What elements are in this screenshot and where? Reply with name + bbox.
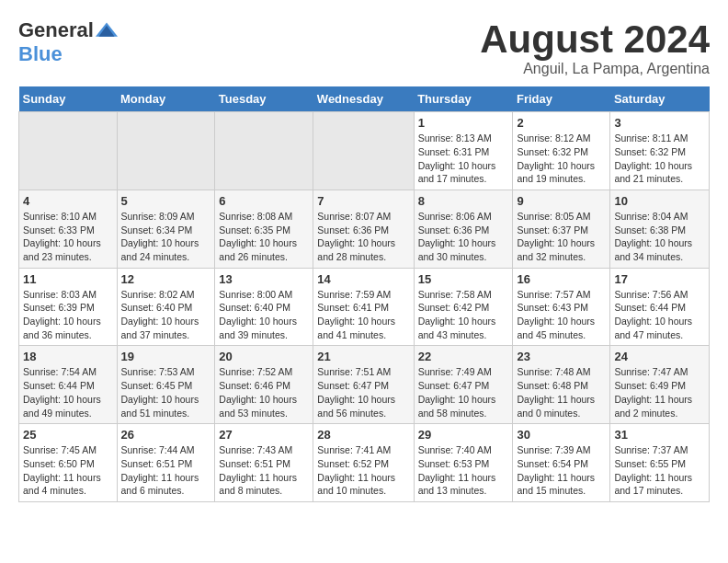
day-detail: Sunrise: 7:59 AM Sunset: 6:41 PM Dayligh… [317,288,409,342]
day-number: 10 [614,194,705,208]
day-number: 28 [317,428,409,442]
calendar-table: Sunday Monday Tuesday Wednesday Thursday… [18,86,710,502]
day-detail: Sunrise: 7:41 AM Sunset: 6:52 PM Dayligh… [317,443,409,498]
table-row: 2Sunrise: 8:12 AM Sunset: 6:32 PM Daylig… [513,112,610,190]
day-detail: Sunrise: 7:53 AM Sunset: 6:45 PM Dayligh… [121,365,211,419]
day-detail: Sunrise: 8:07 AM Sunset: 6:36 PM Dayligh… [317,210,409,264]
day-number: 2 [517,116,606,130]
table-row: 6Sunrise: 8:08 AM Sunset: 6:35 PM Daylig… [215,190,313,268]
day-detail: Sunrise: 7:49 AM Sunset: 6:47 PM Dayligh… [418,365,509,419]
day-detail: Sunrise: 7:57 AM Sunset: 6:43 PM Dayligh… [517,288,606,342]
table-row: 19Sunrise: 7:53 AM Sunset: 6:45 PM Dayli… [117,346,215,424]
table-row: 22Sunrise: 7:49 AM Sunset: 6:47 PM Dayli… [414,346,513,424]
calendar-week-row: 4Sunrise: 8:10 AM Sunset: 6:33 PM Daylig… [19,190,710,268]
day-detail: Sunrise: 7:47 AM Sunset: 6:49 PM Dayligh… [614,365,705,419]
table-row: 11Sunrise: 8:03 AM Sunset: 6:39 PM Dayli… [19,268,118,346]
day-detail: Sunrise: 7:58 AM Sunset: 6:42 PM Dayligh… [418,288,509,342]
logo-general-text: General [18,18,94,42]
col-saturday: Saturday [610,86,710,112]
table-row: 28Sunrise: 7:41 AM Sunset: 6:52 PM Dayli… [313,424,414,502]
table-row [215,112,313,190]
table-row [313,112,414,190]
table-row: 29Sunrise: 7:40 AM Sunset: 6:53 PM Dayli… [414,424,513,502]
day-number: 24 [614,350,705,363]
table-row: 5Sunrise: 8:09 AM Sunset: 6:34 PM Daylig… [117,190,215,268]
day-number: 4 [23,194,113,208]
day-number: 27 [219,428,309,442]
day-number: 19 [121,350,211,363]
table-row: 27Sunrise: 7:43 AM Sunset: 6:51 PM Dayli… [215,424,313,502]
col-sunday: Sunday [19,86,118,112]
day-detail: Sunrise: 7:52 AM Sunset: 6:46 PM Dayligh… [219,365,309,419]
day-detail: Sunrise: 8:02 AM Sunset: 6:40 PM Dayligh… [121,288,211,342]
day-number: 31 [614,428,705,442]
day-detail: Sunrise: 8:12 AM Sunset: 6:32 PM Dayligh… [517,132,606,186]
calendar-week-row: 18Sunrise: 7:54 AM Sunset: 6:44 PM Dayli… [19,346,710,424]
day-number: 22 [418,350,509,363]
table-row: 14Sunrise: 7:59 AM Sunset: 6:41 PM Dayli… [313,268,414,346]
title-section: August 2024 Anguil, La Pampa, Argentina [480,18,710,77]
day-number: 21 [317,350,409,363]
day-number: 13 [219,272,309,286]
location-text: Anguil, La Pampa, Argentina [480,61,710,77]
table-row: 25Sunrise: 7:45 AM Sunset: 6:50 PM Dayli… [19,424,118,502]
day-detail: Sunrise: 8:09 AM Sunset: 6:34 PM Dayligh… [121,210,211,264]
table-row: 24Sunrise: 7:47 AM Sunset: 6:49 PM Dayli… [610,346,710,424]
table-row: 7Sunrise: 8:07 AM Sunset: 6:36 PM Daylig… [313,190,414,268]
table-row [19,112,118,190]
calendar-week-row: 11Sunrise: 8:03 AM Sunset: 6:39 PM Dayli… [19,268,710,346]
day-detail: Sunrise: 7:48 AM Sunset: 6:48 PM Dayligh… [517,365,606,419]
header-row: Sunday Monday Tuesday Wednesday Thursday… [19,86,710,112]
day-number: 17 [614,272,705,286]
day-number: 14 [317,272,409,286]
table-row [117,112,215,190]
col-thursday: Thursday [414,86,513,112]
day-number: 7 [317,194,409,208]
logo-icon [96,19,118,41]
table-row: 17Sunrise: 7:56 AM Sunset: 6:44 PM Dayli… [610,268,710,346]
day-number: 9 [517,194,606,208]
day-detail: Sunrise: 8:06 AM Sunset: 6:36 PM Dayligh… [418,210,509,264]
day-detail: Sunrise: 7:44 AM Sunset: 6:51 PM Dayligh… [121,443,211,498]
page-header: General Blue August 2024 Anguil, La Pamp… [18,18,710,77]
logo: General Blue [18,18,118,66]
day-number: 5 [121,194,211,208]
calendar-week-row: 25Sunrise: 7:45 AM Sunset: 6:50 PM Dayli… [19,424,710,502]
calendar-week-row: 1Sunrise: 8:13 AM Sunset: 6:31 PM Daylig… [19,112,710,190]
table-row: 12Sunrise: 8:02 AM Sunset: 6:40 PM Dayli… [117,268,215,346]
table-row: 16Sunrise: 7:57 AM Sunset: 6:43 PM Dayli… [513,268,610,346]
table-row: 10Sunrise: 8:04 AM Sunset: 6:38 PM Dayli… [610,190,710,268]
day-detail: Sunrise: 8:03 AM Sunset: 6:39 PM Dayligh… [23,288,113,342]
day-number: 16 [517,272,606,286]
col-monday: Monday [117,86,215,112]
table-row: 31Sunrise: 7:37 AM Sunset: 6:55 PM Dayli… [610,424,710,502]
table-row: 8Sunrise: 8:06 AM Sunset: 6:36 PM Daylig… [414,190,513,268]
day-number: 12 [121,272,211,286]
table-row: 23Sunrise: 7:48 AM Sunset: 6:48 PM Dayli… [513,346,610,424]
day-detail: Sunrise: 7:45 AM Sunset: 6:50 PM Dayligh… [23,443,113,498]
day-detail: Sunrise: 7:51 AM Sunset: 6:47 PM Dayligh… [317,365,409,419]
month-year-title: August 2024 [480,18,710,61]
day-detail: Sunrise: 8:11 AM Sunset: 6:32 PM Dayligh… [614,132,705,186]
day-detail: Sunrise: 8:08 AM Sunset: 6:35 PM Dayligh… [219,210,309,264]
day-detail: Sunrise: 8:13 AM Sunset: 6:31 PM Dayligh… [418,132,509,186]
table-row: 15Sunrise: 7:58 AM Sunset: 6:42 PM Dayli… [414,268,513,346]
calendar-header: Sunday Monday Tuesday Wednesday Thursday… [19,86,710,112]
day-detail: Sunrise: 7:40 AM Sunset: 6:53 PM Dayligh… [418,443,509,498]
day-number: 1 [418,116,509,130]
table-row: 1Sunrise: 8:13 AM Sunset: 6:31 PM Daylig… [414,112,513,190]
table-row: 4Sunrise: 8:10 AM Sunset: 6:33 PM Daylig… [19,190,118,268]
day-number: 20 [219,350,309,363]
day-detail: Sunrise: 8:10 AM Sunset: 6:33 PM Dayligh… [23,210,113,264]
table-row: 13Sunrise: 8:00 AM Sunset: 6:40 PM Dayli… [215,268,313,346]
day-detail: Sunrise: 8:00 AM Sunset: 6:40 PM Dayligh… [219,288,309,342]
day-detail: Sunrise: 7:39 AM Sunset: 6:54 PM Dayligh… [517,443,606,498]
day-number: 3 [614,116,705,130]
day-number: 6 [219,194,309,208]
day-number: 26 [121,428,211,442]
table-row: 20Sunrise: 7:52 AM Sunset: 6:46 PM Dayli… [215,346,313,424]
table-row: 18Sunrise: 7:54 AM Sunset: 6:44 PM Dayli… [19,346,118,424]
day-number: 11 [23,272,113,286]
day-detail: Sunrise: 8:05 AM Sunset: 6:37 PM Dayligh… [517,210,606,264]
col-tuesday: Tuesday [215,86,313,112]
